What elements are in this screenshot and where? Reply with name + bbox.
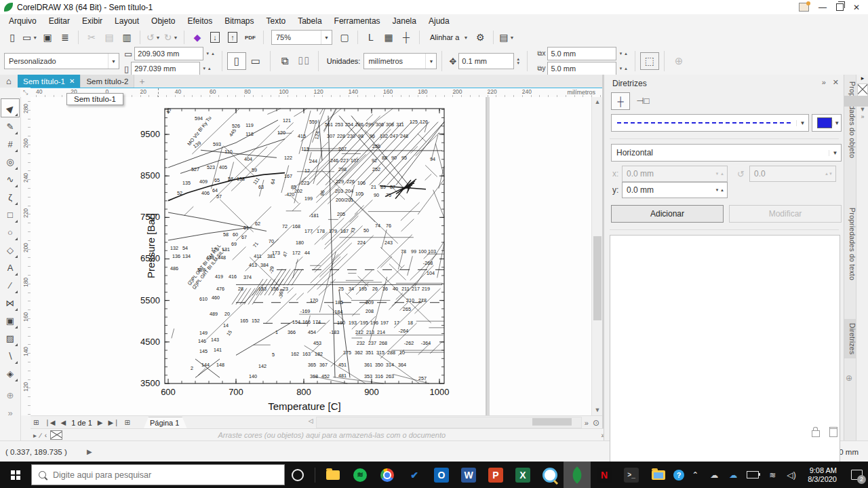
page-tab[interactable]: Página 1 <box>140 417 189 429</box>
taskbar-app-files-app-icon[interactable] <box>645 462 672 488</box>
duplicate-y-field[interactable]: 5.0 mm <box>547 62 616 75</box>
page-width-spinner[interactable]: ▼ ▲ <box>203 52 217 56</box>
taskbar-app-outlook-icon[interactable]: O <box>428 462 455 488</box>
options-button[interactable]: ⚙ <box>472 29 488 45</box>
menu-exibir[interactable]: Exibir <box>76 15 108 27</box>
start-button[interactable] <box>0 462 31 488</box>
align-to-button[interactable]: Alinhar a ▼ <box>425 29 471 45</box>
artistic-media-tool[interactable]: ζ <box>1 188 19 206</box>
expand-scrollbar-icon[interactable]: » <box>585 419 589 427</box>
horizontal-scrollbar[interactable]: ◁ <box>316 417 582 428</box>
add-page-after-icon[interactable]: ⊞ <box>122 419 133 426</box>
document-tab-2[interactable]: Sem título-2 <box>81 75 134 88</box>
ellipse-tool[interactable]: ○ <box>1 223 19 241</box>
landscape-button[interactable]: ▭ <box>246 52 265 70</box>
taskbar-app-todo-icon[interactable]: ✔ <box>401 462 428 488</box>
lock-guideline-icon[interactable] <box>812 430 820 437</box>
page-height-field[interactable]: 297.039 mm <box>131 62 200 75</box>
taskbar-app-powerpoint-icon[interactable]: P <box>482 462 509 488</box>
tab-close-icon[interactable]: ✕ <box>69 77 75 85</box>
nudge-distance-field[interactable]: 0.1 mm <box>458 53 514 69</box>
show-grid-button[interactable]: ▦ <box>380 29 397 45</box>
taskbar-app-coreldraw-icon[interactable] <box>564 462 591 488</box>
guidelines-list[interactable] <box>610 235 840 488</box>
menu-editar[interactable]: Editar <box>43 15 76 27</box>
add-page-before-icon[interactable]: ⊞ <box>31 419 41 426</box>
duplicate-x-spinner[interactable]: ▼ ▲ <box>616 52 630 56</box>
all-pages-size-button[interactable]: ⌷⌷ <box>294 52 313 70</box>
chevron-down-icon[interactable]: ▼ <box>321 31 332 44</box>
taskbar-clock[interactable]: 9:08 AM 8/3/2020 <box>802 466 842 484</box>
action-center-button[interactable]: 2 <box>845 462 868 488</box>
show-rulers-button[interactable]: L <box>363 29 379 45</box>
pick-tool[interactable]: ▶ <box>1 98 20 117</box>
crop-tool[interactable]: # <box>1 135 19 153</box>
export-button[interactable]: ↑ <box>224 29 241 45</box>
palette-top-arrow-icon[interactable]: ▸ <box>861 75 865 83</box>
portrait-button[interactable]: ▯ <box>227 52 246 70</box>
new-document-button[interactable]: ▯ <box>4 29 20 45</box>
guideline-orientation-combo[interactable]: Horizontal ▼ <box>611 144 842 162</box>
palette-expand-icon[interactable]: » <box>861 113 864 121</box>
transparency-tool[interactable]: ▨ <box>1 329 19 347</box>
menu-tabela[interactable]: Tabela <box>292 15 328 27</box>
menu-bitmaps[interactable]: Bitmaps <box>218 15 260 27</box>
page-size-preset-combo[interactable]: Personalizado ▼ <box>4 53 119 69</box>
zoom-tool[interactable]: ◎ <box>1 153 19 170</box>
menu-texto[interactable]: Texto <box>260 15 292 27</box>
duplicate-y-spinner[interactable]: ▼ ▲ <box>616 67 630 71</box>
guideline-style-combo[interactable]: ▼ <box>611 114 809 132</box>
y-coordinate-field[interactable]: 0.0 mm▼ ▲ <box>622 182 728 198</box>
units-combo[interactable]: milímetros ▼ <box>363 53 437 69</box>
freehand-tool[interactable]: ∿ <box>1 170 19 188</box>
docker-tab-propriedades-do-texto[interactable]: Propriedades do texto <box>844 204 856 284</box>
menu-arquivo[interactable]: Arquivo <box>3 15 43 27</box>
duplicate-x-field[interactable]: 5.0 mm <box>547 47 616 60</box>
vertical-scrollbar[interactable]: ▲ ▼ <box>591 97 603 415</box>
vertical-scroll-thumb[interactable] <box>593 236 601 320</box>
taskbar-app-netflix-icon[interactable]: N <box>591 462 618 488</box>
menu-ferramentas[interactable]: Ferramentas <box>328 15 387 27</box>
close-button[interactable]: ✕ <box>853 3 860 12</box>
fullscreen-preview-button[interactable]: ▢ <box>336 29 353 45</box>
taskbar-app-search-app-icon[interactable] <box>536 462 564 488</box>
open-button[interactable]: ▭▼ <box>22 29 38 45</box>
add-guideline-button[interactable]: Adicionar <box>611 205 724 223</box>
snap-to-guideline-toggle[interactable]: ⊣□ <box>634 92 652 109</box>
treat-as-filled-button[interactable]: ⬚ <box>640 52 659 70</box>
show-guidelines-button[interactable]: ┼ <box>398 29 414 45</box>
status-flyout-icon[interactable]: ▶ <box>87 448 92 455</box>
cut-button[interactable]: ✂ <box>83 29 100 45</box>
text-tool[interactable]: A <box>1 259 19 276</box>
application-launcher-button[interactable]: ◆ <box>189 29 205 45</box>
menu-layout[interactable]: Layout <box>108 15 145 27</box>
page-height-spinner[interactable]: ▼ ▲ <box>200 67 214 71</box>
horizontal-scroll-thumb[interactable] <box>532 418 572 426</box>
taskbar-app-chrome-icon[interactable] <box>374 462 401 488</box>
current-page-size-button[interactable]: ⧉ <box>275 52 294 70</box>
tray-volume-icon[interactable]: ◁) <box>783 470 800 480</box>
tray-battery-icon[interactable] <box>747 471 759 478</box>
print-button[interactable]: ≣ <box>57 29 73 45</box>
last-page-icon[interactable]: ▶❘ <box>105 419 121 426</box>
tray-onedrive-icon[interactable]: ☁ <box>725 470 741 480</box>
search-input[interactable] <box>52 470 251 481</box>
add-docker-icon[interactable]: ⊕ <box>846 373 852 383</box>
menu-janela[interactable]: Janela <box>387 15 422 27</box>
taskbar-search[interactable] <box>31 464 285 485</box>
zoom-level-combo[interactable]: 75% ▼ <box>271 30 332 45</box>
taskbar-app-file-explorer-icon[interactable] <box>319 462 347 488</box>
tray-chevron-up-icon[interactable]: ⌃ <box>687 470 703 480</box>
restore-button[interactable] <box>836 3 844 11</box>
palette-scroll-left-icon[interactable]: ‹ <box>45 432 47 439</box>
rectangle-tool[interactable]: □ <box>1 206 19 223</box>
taskbar-app-spotify-icon[interactable]: ≋ <box>347 462 374 488</box>
tray-wifi-icon[interactable]: ≋ <box>764 470 781 480</box>
menu-efeitos[interactable]: Efeitos <box>181 15 218 27</box>
menu-objeto[interactable]: Objeto <box>145 15 181 27</box>
connector-tool[interactable]: ⋈ <box>1 294 19 312</box>
guideline-color-combo[interactable]: ▼ <box>812 114 842 132</box>
eyedropper-tool[interactable]: ∖ <box>1 347 19 364</box>
previous-page-icon[interactable]: ◀ <box>58 419 68 426</box>
welcome-home-tab[interactable]: ⌂ <box>0 75 18 88</box>
